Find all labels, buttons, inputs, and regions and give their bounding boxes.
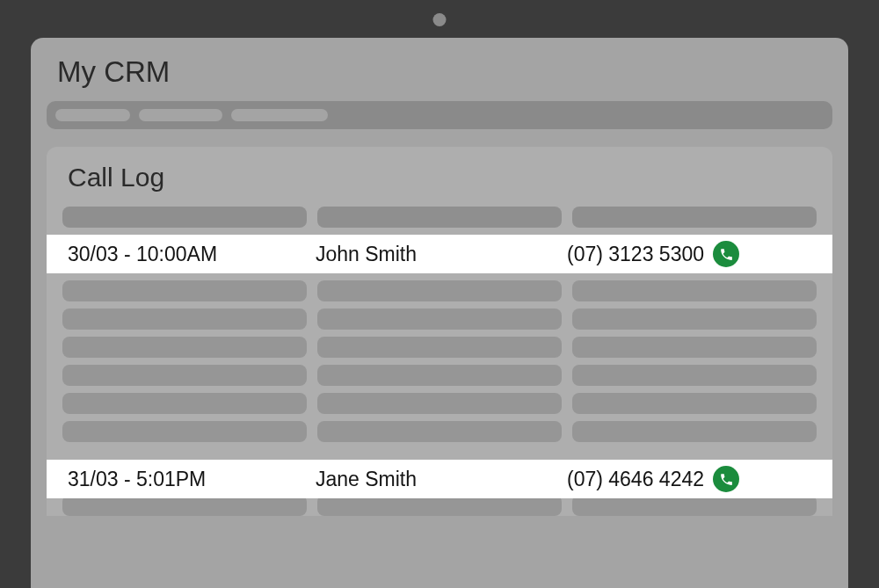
table-row-placeholder — [62, 421, 307, 442]
table-row-placeholder — [317, 309, 562, 330]
table-row-placeholder — [572, 280, 817, 301]
table-row-placeholder — [572, 421, 817, 442]
table-row-placeholder — [62, 309, 307, 330]
table-row-placeholder — [317, 421, 562, 442]
table-row-placeholder — [572, 365, 817, 386]
table-row: 31/03 - 5:01PM Jane Smith (07) 4646 4242 — [47, 460, 832, 498]
table-row-placeholder — [317, 393, 562, 414]
call-button[interactable] — [713, 241, 739, 267]
call-button[interactable] — [713, 466, 739, 492]
toolbar — [47, 101, 832, 129]
toolbar-item-placeholder[interactable] — [55, 109, 130, 121]
call-log-table: 30/03 - 10:00AM John Smith (07) 3123 530… — [62, 207, 817, 516]
call-phone-cell: (07) 4646 4242 — [565, 466, 817, 492]
table-row-placeholder — [317, 365, 562, 386]
table-row-placeholder — [317, 280, 562, 301]
call-datetime: 30/03 - 10:00AM — [62, 243, 314, 266]
table-row: 30/03 - 10:00AM John Smith (07) 3123 530… — [47, 235, 832, 273]
call-contact-name: John Smith — [314, 243, 565, 266]
toolbar-item-placeholder[interactable] — [231, 109, 328, 121]
table-row-placeholder — [62, 337, 307, 358]
table-row-placeholder — [572, 393, 817, 414]
table-row-placeholder — [62, 365, 307, 386]
call-contact-name: Jane Smith — [314, 468, 565, 491]
table-row-placeholder — [572, 337, 817, 358]
table-row-placeholder — [62, 280, 307, 301]
call-phone-cell: (07) 3123 5300 — [565, 241, 817, 267]
device-camera-dot — [433, 13, 447, 26]
table-row-placeholder — [317, 337, 562, 358]
table-row-placeholder — [62, 393, 307, 414]
app-title: My CRM — [57, 55, 832, 89]
call-datetime: 31/03 - 5:01PM — [62, 468, 314, 491]
device-screen: My CRM Call Log — [31, 38, 848, 588]
phone-icon — [719, 247, 734, 262]
column-header-placeholder — [572, 207, 817, 228]
panel-title: Call Log — [68, 163, 817, 192]
call-phone-number: (07) 4646 4242 — [567, 468, 704, 491]
phone-icon — [719, 472, 734, 487]
column-header-placeholder — [317, 207, 562, 228]
call-log-panel: Call Log — [47, 147, 832, 516]
column-header-placeholder — [62, 207, 307, 228]
table-row-placeholder — [572, 309, 817, 330]
call-phone-number: (07) 3123 5300 — [567, 243, 704, 266]
toolbar-item-placeholder[interactable] — [139, 109, 222, 121]
